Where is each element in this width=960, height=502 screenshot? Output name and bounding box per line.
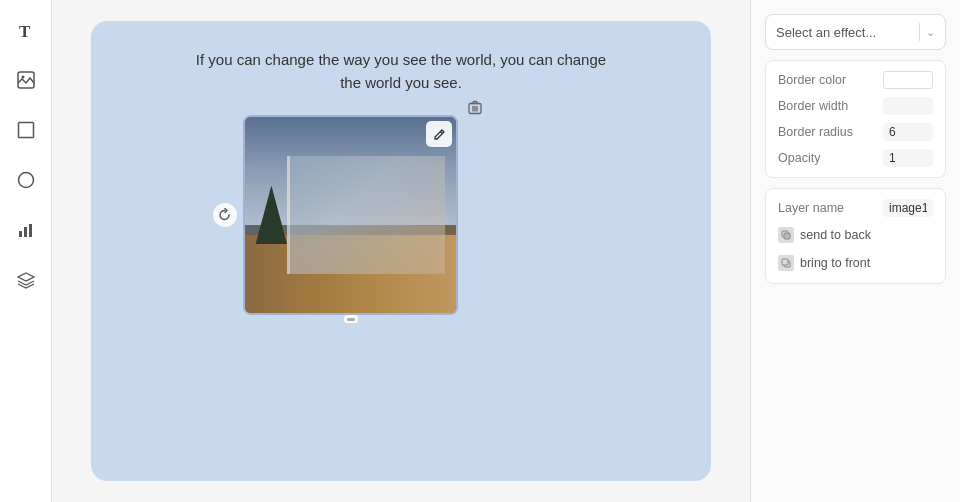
chevron-down-icon: ⌄ [926, 26, 935, 39]
send-to-back-action[interactable]: send to back [778, 225, 933, 245]
properties-box: Border color Border width Border radius … [765, 60, 946, 178]
effect-dropdown[interactable]: Select an effect... ⌄ [765, 14, 946, 50]
border-radius-label: Border radius [778, 125, 853, 139]
chart-tool-button[interactable] [10, 214, 42, 246]
border-radius-input[interactable] [883, 123, 933, 141]
layer-name-label: Layer name [778, 201, 844, 215]
text-tool-button[interactable]: T [10, 14, 42, 46]
effect-divider [919, 23, 920, 41]
layer-name-row: Layer name [778, 199, 933, 217]
left-toolbar: T [0, 0, 52, 502]
effect-placeholder: Select an effect... [776, 25, 876, 40]
opacity-input[interactable] [883, 149, 933, 167]
border-width-row: Border width [778, 97, 933, 115]
opacity-row: Opacity [778, 149, 933, 167]
svg-point-4 [18, 173, 33, 188]
svg-rect-5 [19, 231, 22, 237]
ellipse-tool-button[interactable] [10, 164, 42, 196]
send-to-back-label: send to back [800, 228, 871, 242]
bring-to-front-icon [778, 255, 794, 271]
layer-box: Layer name send to back bring to front [765, 188, 946, 284]
bring-to-front-action[interactable]: bring to front [778, 253, 933, 273]
rectangle-tool-button[interactable] [10, 114, 42, 146]
layers-tool-button[interactable] [10, 264, 42, 296]
canvas-image-box [243, 115, 458, 315]
border-color-label: Border color [778, 73, 846, 87]
canvas-area: If you can change the way you see the wo… [52, 0, 750, 502]
delete-text-icon[interactable] [465, 97, 485, 117]
svg-rect-15 [784, 233, 790, 239]
image-tool-button[interactable] [10, 64, 42, 96]
image-edit-icon[interactable] [426, 121, 452, 147]
right-panel: Select an effect... ⌄ Border color Borde… [750, 0, 960, 502]
svg-text:T: T [19, 22, 31, 40]
border-width-input[interactable] [883, 97, 933, 115]
canvas-image-element[interactable] [243, 115, 458, 315]
canvas-text[interactable]: If you can change the way you see the wo… [191, 49, 611, 94]
send-to-back-icon [778, 227, 794, 243]
opacity-label: Opacity [778, 151, 820, 165]
canvas-board[interactable]: If you can change the way you see the wo… [91, 21, 711, 481]
svg-rect-17 [782, 259, 788, 265]
svg-rect-7 [29, 224, 32, 237]
resize-handle[interactable] [344, 315, 358, 323]
bring-to-front-label: bring to front [800, 256, 870, 270]
image-building [287, 156, 445, 274]
border-radius-row: Border radius [778, 123, 933, 141]
layer-name-input[interactable] [883, 199, 933, 217]
svg-line-13 [440, 131, 442, 133]
rotate-handle[interactable] [213, 203, 237, 227]
border-color-swatch[interactable] [883, 71, 933, 89]
svg-rect-3 [18, 123, 33, 138]
svg-rect-6 [24, 227, 27, 237]
border-width-label: Border width [778, 99, 848, 113]
border-color-row: Border color [778, 71, 933, 89]
